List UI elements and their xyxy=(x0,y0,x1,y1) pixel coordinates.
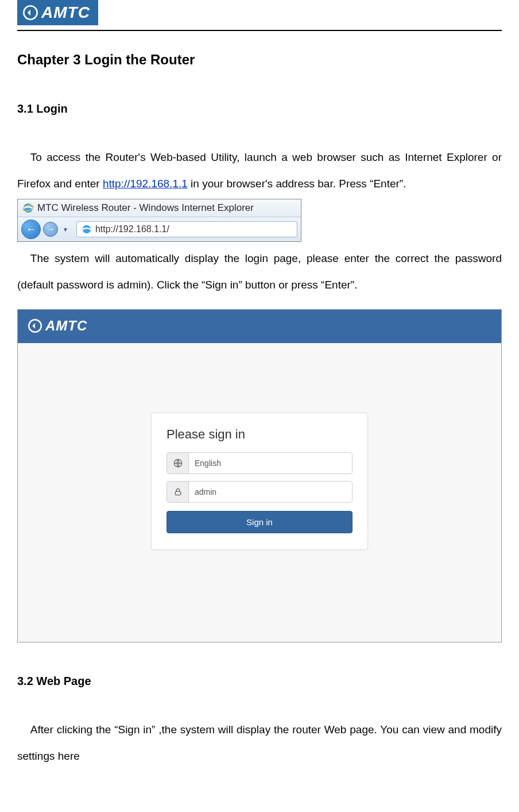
ie-window-title-text: MTC Wireless Router - Windows Internet E… xyxy=(37,202,254,214)
paragraph-3-1-a-post: in your browser's address bar. Press “En… xyxy=(188,178,406,190)
arrow-right-icon: → xyxy=(47,225,55,234)
svg-rect-6 xyxy=(175,491,180,495)
paragraph-3-1-b: The system will automatically display th… xyxy=(17,245,502,298)
amtc-logo-icon xyxy=(23,5,38,20)
login-body: Please sign in English admin Sign in xyxy=(18,343,501,642)
router-login-screenshot: AMTC Please sign in English admin Sign i… xyxy=(17,309,502,642)
sign-in-button[interactable]: Sign in xyxy=(166,511,353,533)
amtc-logo-text: AMTC xyxy=(41,3,90,22)
ie-title-bar: MTC Wireless Router - Windows Internet E… xyxy=(18,199,301,217)
ie-forward-button[interactable]: → xyxy=(43,222,58,237)
amtc-logo-badge: AMTC xyxy=(17,0,98,25)
ie-page-icon xyxy=(82,224,92,234)
login-heading: Please sign in xyxy=(166,427,353,442)
ie-address-bar[interactable]: http://192.168.1.1/ xyxy=(76,221,297,237)
paragraph-3-1-a: To access the Router's Web-based Utility… xyxy=(17,144,502,197)
page-header: AMTC xyxy=(17,0,502,25)
login-header-bar: AMTC xyxy=(18,310,501,343)
section-3-2-title: 3.2 Web Page xyxy=(17,675,502,688)
login-logo-icon xyxy=(28,319,42,333)
password-value: admin xyxy=(189,483,352,501)
paragraph-3-2: After clicking the “Sign in” ,the system… xyxy=(17,717,502,769)
login-card: Please sign in English admin Sign in xyxy=(151,413,368,550)
password-field[interactable]: admin xyxy=(166,481,353,503)
lock-icon xyxy=(167,482,189,502)
ie-history-dropdown[interactable]: ▼ xyxy=(60,226,71,233)
chapter-title: Chapter 3 Login the Router xyxy=(17,52,502,68)
section-3-1-title: 3.1 Login xyxy=(17,102,502,116)
language-value: English xyxy=(189,454,352,472)
header-divider xyxy=(17,30,502,31)
router-ip-link[interactable]: http://192.168.1.1 xyxy=(103,178,188,190)
ie-nav-bar: ← → ▼ http://192.168.1.1/ xyxy=(18,217,301,241)
globe-icon xyxy=(167,453,189,474)
login-logo-text: AMTC xyxy=(45,318,87,334)
ie-address-text: http://192.168.1.1/ xyxy=(95,224,169,234)
ie-back-button[interactable]: ← xyxy=(21,220,41,239)
arrow-left-icon: ← xyxy=(26,224,36,236)
ie-browser-mock: MTC Wireless Router - Windows Internet E… xyxy=(17,199,301,242)
ie-logo-icon xyxy=(22,202,34,214)
language-field[interactable]: English xyxy=(166,452,353,474)
login-logo: AMTC xyxy=(28,318,87,334)
